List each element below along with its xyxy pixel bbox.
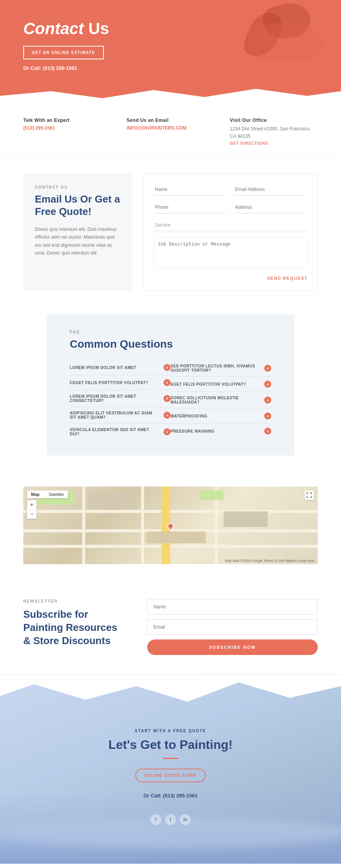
faq-item-r5-text: PRESSURE WASHING	[170, 429, 264, 433]
faq-plus-l5: +	[164, 428, 170, 435]
form-row-message	[153, 237, 308, 269]
faq-item-l1[interactable]: LOREM IPSUM DOLOR SIT AMET +	[70, 360, 170, 375]
contact-left-panel: CONTACT US Email Us Or Get a Free Quote!…	[23, 173, 132, 291]
map-footer-text: Map data ©2018 Google Terms of Use Repor…	[225, 559, 315, 563]
footer-cta-section: START WITH A FREE QUOTE Let's Get to Pai…	[0, 674, 341, 864]
faq-item-l4-text: ADIPISCING ELIT VESTIBULUM AC DIAM SIT A…	[70, 411, 164, 419]
message-textarea[interactable]	[153, 237, 308, 268]
map-street-h3	[23, 545, 318, 548]
twitter-icon[interactable]: t	[165, 814, 176, 825]
footer-heading: Let's Get to Painting!	[23, 738, 318, 752]
hero-title-contact: Contact	[23, 19, 84, 38]
faq-item-l1-text: LOREM IPSUM DOLOR SIT AMET	[70, 366, 164, 370]
map-zoom-controls: + −	[27, 500, 36, 519]
footer-spacer	[23, 788, 318, 793]
faq-plus-r5: +	[264, 428, 271, 435]
footer-quote-button[interactable]: ONLINE QUOTE FORM	[135, 769, 206, 782]
newsletter-right: SUBSCRIBE NOW	[147, 599, 318, 655]
form-submit-row: SEND REQUEST	[153, 275, 308, 281]
info-email-address[interactable]: INFO@DIVIPAINTERS.COM	[127, 125, 215, 131]
footer-call-prefix: Or Call:	[143, 793, 162, 799]
form-field-phone	[153, 201, 228, 213]
map-tab-map[interactable]: Map	[27, 490, 43, 498]
faq-item-l4[interactable]: ADIPISCING ELIT VESTIBULUM AC DIAM SIT A…	[70, 407, 170, 424]
form-row-phone-address	[153, 201, 308, 213]
form-field-name	[153, 184, 228, 196]
info-office-heading: Visit Our Office	[230, 118, 318, 123]
footer-content: START WITH A FREE QUOTE Let's Get to Pai…	[23, 729, 318, 825]
map-pin	[167, 523, 174, 529]
footer-sublabel: START WITH A FREE QUOTE	[23, 729, 318, 733]
service-select[interactable]: Service	[153, 219, 308, 231]
hero-title-us: Us	[84, 19, 109, 38]
faq-item-r2[interactable]: EGET FELIS PORTTITOR VOLUTPAT? +	[170, 377, 271, 392]
newsletter-label: NEWSLETTER	[23, 599, 124, 603]
newsletter-name-input[interactable]	[147, 599, 318, 615]
hero-estimate-button[interactable]: GET AN ONLINE ESTIMATE	[23, 46, 104, 59]
faq-wrapper: FAQ Common Questions LOREM IPSUM DOLOR S…	[0, 307, 341, 471]
form-field-service: Service	[153, 219, 308, 231]
faq-item-r3[interactable]: DONEC SOLLICITUDIN MOLESTIE MALESUADA? +	[170, 392, 271, 409]
map-zoom-out[interactable]: −	[27, 509, 36, 519]
info-directions-link[interactable]: GET DIRECTIONS	[230, 141, 268, 146]
footer-phone: (513) 295-1561	[163, 793, 198, 799]
map-pin-circle	[166, 522, 175, 531]
faq-item-l3[interactable]: LOREM IPSUM DOLOR SIT AMET CONSECTETUR? …	[70, 390, 170, 407]
map-fullscreen-button[interactable]	[305, 490, 314, 500]
fullscreen-icon	[307, 492, 312, 498]
form-field-message	[153, 237, 308, 269]
form-row-service: Service	[153, 219, 308, 231]
form-field-email	[234, 184, 308, 196]
contact-description: Donec quis interdum elit. Duis maximus e…	[35, 225, 120, 257]
footer-social-row: f t in	[23, 814, 318, 825]
subscribe-button[interactable]: SUBSCRIBE NOW	[147, 639, 318, 655]
faq-item-l5[interactable]: VEHICULA ELEMENTUM SED SIT AMET DUI? +	[70, 424, 170, 440]
map-building-3	[224, 511, 268, 527]
address-input[interactable]	[234, 201, 308, 213]
map-tab-satellite[interactable]: Satellite	[45, 490, 68, 498]
map-building-2	[147, 532, 206, 543]
newsletter-email-input[interactable]	[147, 619, 318, 635]
faq-heading: Common Questions	[70, 338, 271, 350]
faq-item-r1[interactable]: SED PORTTITOR LECTUS NIBH, VIVAMUS SUSCI…	[170, 360, 271, 377]
faq-plus-r2: +	[264, 381, 271, 388]
faq-plus-r4: +	[264, 412, 271, 419]
email-input[interactable]	[234, 184, 308, 196]
contact-section-label: CONTACT US	[35, 185, 120, 189]
map-street-h1	[23, 510, 318, 513]
footer-paint-top	[0, 674, 341, 713]
hero-call-text: Or Call: (513) 295-1561	[23, 65, 318, 71]
name-input[interactable]	[153, 184, 228, 196]
faq-plus-r3: +	[264, 397, 271, 404]
faq-item-l2-text: CEGET FELIS PORTTITOR VOLUTPAT?	[70, 381, 164, 385]
linkedin-icon[interactable]: in	[180, 814, 191, 825]
map-section: Map Satellite + − Map data ©2018 Google …	[0, 471, 341, 580]
send-request-button[interactable]: SEND REQUEST	[267, 276, 308, 281]
contact-heading: Email Us Or Get a Free Quote!	[35, 193, 120, 217]
map-container[interactable]: Map Satellite + − Map data ©2018 Google …	[23, 487, 318, 564]
faq-item-r4[interactable]: WATERPROOFING +	[170, 409, 271, 424]
map-zoom-in[interactable]: +	[27, 500, 36, 509]
faq-item-r2-text: EGET FELIS PORTTITOR VOLUTPAT?	[170, 382, 264, 386]
info-expert-phone[interactable]: (513) 295-1561	[23, 125, 111, 131]
phone-input[interactable]	[153, 201, 228, 213]
faq-item-r4-text: WATERPROOFING	[170, 414, 264, 418]
map-park-2	[200, 490, 224, 500]
hero-section: Contact Us GET AN ONLINE ESTIMATE Or Cal…	[0, 0, 341, 102]
faq-plus-l4: +	[164, 412, 170, 419]
info-office: Visit Our Office 1234 Divi Street #1000,…	[230, 118, 318, 146]
map-placeholder	[23, 487, 318, 564]
hero-call-prefix: Or Call:	[23, 65, 41, 71]
faq-plus-l2: +	[164, 379, 170, 386]
newsletter-left: NEWSLETTER Subscribe for Painting Resour…	[23, 599, 124, 647]
faq-item-l2[interactable]: CEGET FELIS PORTTITOR VOLUTPAT? +	[70, 375, 170, 390]
map-tab-controls: Map Satellite	[27, 490, 68, 498]
newsletter-section: NEWSLETTER Subscribe for Painting Resour…	[0, 580, 341, 674]
info-office-address: 1234 Divi Street #1000, San Francisco, C…	[230, 125, 318, 140]
form-field-address	[234, 201, 308, 213]
faq-item-r3-text: DONEC SOLLICITUDIN MOLESTIE MALESUADA?	[170, 396, 264, 404]
map-street-v2	[141, 487, 144, 564]
footer-call-text: Or Call: (513) 295-1561	[23, 793, 318, 799]
faq-item-r5[interactable]: PRESSURE WASHING +	[170, 424, 271, 438]
facebook-icon[interactable]: f	[150, 814, 161, 825]
